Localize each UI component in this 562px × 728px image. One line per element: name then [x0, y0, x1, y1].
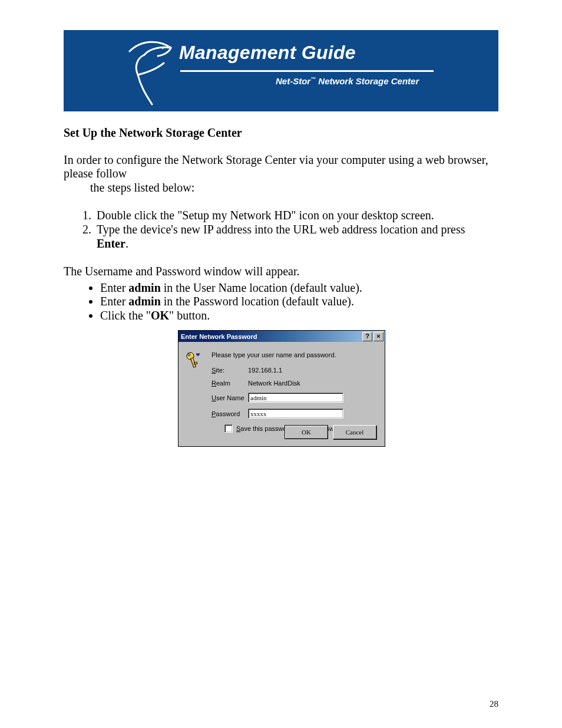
after-list-paragraph: The Username and Password window will ap…: [64, 265, 498, 279]
intro-paragraph: In order to configure the Network Storag…: [64, 153, 498, 195]
key-icon: [186, 351, 202, 369]
document-body: Set Up the Network Storage Center In ord…: [64, 126, 498, 323]
bullet-item: Enter admin in the Password location (de…: [100, 295, 498, 309]
realm-value: Network HardDisk: [248, 380, 300, 387]
svg-point-0: [161, 47, 164, 49]
step-item: Type the device's new IP address into th…: [94, 223, 498, 251]
password-label: Password: [211, 410, 248, 417]
realm-label: Realm: [211, 380, 248, 387]
dialog-titlebar: Enter Network Password ? ×: [178, 330, 385, 342]
bullet-list: Enter admin in the User Name location (d…: [64, 281, 498, 323]
dialog-title: Enter Network Password: [181, 333, 257, 340]
cancel-button[interactable]: Cancel: [333, 425, 376, 439]
banner-subtitle: Net-Stor™ Network Storage Center: [276, 76, 419, 86]
help-button[interactable]: ?: [362, 332, 372, 341]
username-input[interactable]: [248, 393, 343, 403]
bullet-item: Enter admin in the User Name location (d…: [100, 281, 498, 295]
banner-divider: [180, 70, 434, 72]
bullet-item: Click the "OK" button.: [100, 309, 498, 323]
section-heading: Set Up the Network Storage Center: [64, 126, 498, 140]
eagle-logo-icon: [124, 35, 177, 106]
password-dialog: Enter Network Password ? × Please type y…: [178, 330, 385, 447]
page-number: 28: [490, 699, 498, 709]
username-label: User Name: [211, 394, 248, 401]
password-input[interactable]: [248, 409, 343, 419]
save-password-checkbox[interactable]: [224, 424, 233, 433]
step-item: Double click the "Setup my Network HD" i…: [94, 209, 498, 223]
close-button[interactable]: ×: [373, 332, 384, 341]
ok-button[interactable]: OK: [285, 425, 328, 439]
dialog-body: Please type your user name and password.…: [178, 342, 385, 447]
dialog-message: Please type your user name and password.: [211, 351, 376, 358]
header-banner: Management Guide Net-Stor™ Network Stora…: [64, 30, 498, 111]
site-value: 192.168.1.1: [248, 367, 282, 374]
steps-list: Double click the "Setup my Network HD" i…: [64, 209, 498, 251]
svg-point-2: [188, 354, 190, 356]
banner-title: Management Guide: [179, 42, 356, 64]
site-label: Site:: [211, 367, 248, 374]
